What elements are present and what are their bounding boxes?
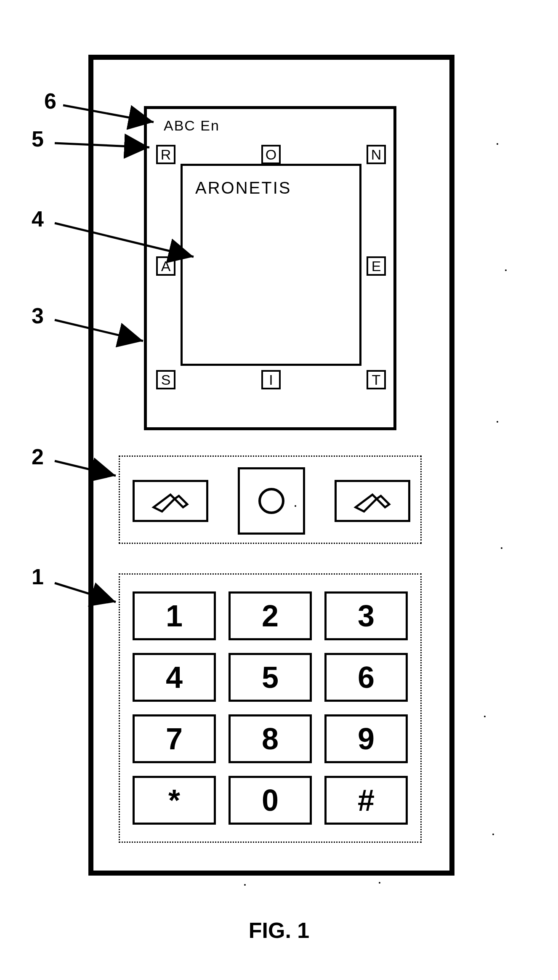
speckle xyxy=(492,834,494,835)
letter-box-mid-right[interactable]: E xyxy=(367,256,386,276)
key-6[interactable]: 6 xyxy=(324,653,408,702)
speckle xyxy=(244,884,246,886)
key-hash[interactable]: # xyxy=(324,776,408,825)
display-screen: ABC En R O N A E S I T ARONETIS xyxy=(144,106,396,430)
key-7[interactable]: 7 xyxy=(133,714,216,763)
letter-box-bot-mid[interactable]: I xyxy=(261,370,281,389)
speckle xyxy=(295,505,296,507)
letter-box-mid-left[interactable]: A xyxy=(156,256,175,276)
numeric-keypad: 1 2 3 4 5 6 7 8 9 * 0 # xyxy=(119,573,422,843)
letter-box-top-left[interactable]: R xyxy=(156,145,175,164)
center-select-button[interactable] xyxy=(238,467,305,535)
circle-icon xyxy=(255,484,288,518)
key-0[interactable]: 0 xyxy=(229,776,312,825)
speckle xyxy=(484,716,486,717)
key-2[interactable]: 2 xyxy=(229,591,312,640)
entered-text: ARONETIS xyxy=(195,178,291,197)
input-mode-indicator: ABC En xyxy=(164,117,220,134)
key-3[interactable]: 3 xyxy=(324,591,408,640)
call-end-button[interactable] xyxy=(335,480,410,522)
call-answer-button[interactable] xyxy=(133,480,208,522)
callout-6: 6 xyxy=(44,88,56,114)
patent-figure-page: ABC En R O N A E S I T ARONETIS xyxy=(0,0,558,980)
speckle xyxy=(505,269,507,271)
callout-2: 2 xyxy=(32,444,44,469)
handset-icon xyxy=(147,488,194,514)
svg-point-0 xyxy=(260,489,283,513)
letter-box-top-right[interactable]: N xyxy=(367,145,386,164)
key-4[interactable]: 4 xyxy=(133,653,216,702)
key-9[interactable]: 9 xyxy=(324,714,408,763)
speckle xyxy=(501,547,502,549)
letter-box-bot-left[interactable]: S xyxy=(156,370,175,389)
key-star[interactable]: * xyxy=(133,776,216,825)
key-1[interactable]: 1 xyxy=(133,591,216,640)
key-8[interactable]: 8 xyxy=(229,714,312,763)
callout-4: 4 xyxy=(32,206,44,232)
mobile-device-body: ABC En R O N A E S I T ARONETIS xyxy=(88,55,454,876)
key-5[interactable]: 5 xyxy=(229,653,312,702)
callout-1: 1 xyxy=(32,564,44,589)
speckle xyxy=(497,421,498,423)
speckle xyxy=(379,882,380,884)
handset-icon xyxy=(349,488,396,514)
text-entry-area[interactable]: ARONETIS xyxy=(181,164,361,366)
figure-caption: FIG. 1 xyxy=(0,918,558,943)
letter-box-top-mid[interactable]: O xyxy=(261,145,281,164)
callout-5: 5 xyxy=(32,126,44,152)
callout-3: 3 xyxy=(32,303,44,328)
letter-box-bot-right[interactable]: T xyxy=(367,370,386,389)
softkey-row xyxy=(119,455,422,544)
speckle xyxy=(497,143,498,145)
